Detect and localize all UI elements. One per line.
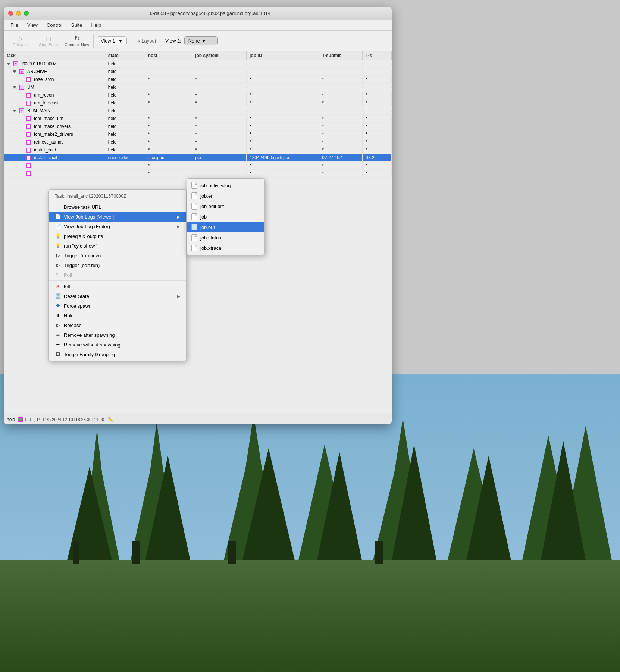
ctx-view-job-log-editor[interactable]: 📄 View Job Log (Editor) ▶	[49, 222, 186, 231]
table-row[interactable]: retrieve_atmosheld*****	[4, 138, 392, 146]
cell-jobid	[247, 110, 319, 112]
ctx-force-spawn[interactable]: ✚ Force spawn	[49, 301, 186, 311]
task-cell: FRUN_MAIN	[4, 107, 105, 114]
none-label: None	[188, 38, 200, 44]
task-name: rose_arch	[34, 77, 54, 82]
ctx-view-job-logs-viewer[interactable]: 📄 View Job Logs (Viewer) ▶	[49, 212, 186, 222]
task-cell: install_ancil	[4, 154, 105, 161]
table-row[interactable]: FUMheld	[4, 84, 392, 91]
table-row[interactable]: install_coldheld*****	[4, 146, 392, 154]
submenu-job-xtrace[interactable]: job.xtrace	[187, 243, 264, 253]
cell-host	[145, 70, 192, 73]
file-icon-5	[191, 224, 197, 230]
ctx-kill-label: Kill	[64, 284, 70, 289]
ctx-toggle-family[interactable]: ☑ Toggle Family Grouping	[49, 349, 186, 359]
ctx-browse-task-url[interactable]: Browse task URL	[49, 202, 186, 212]
cell-state: held	[105, 107, 145, 114]
table-row[interactable]: fcm_make_driversheld*****	[4, 123, 392, 131]
task-icon	[26, 163, 31, 168]
ctx-prereqs-outputs[interactable]: 💡 prereq's & outputs	[49, 231, 186, 241]
ctx-remove-after-spawning[interactable]: ⬅ Remove after spawning	[49, 330, 186, 340]
table-row[interactable]: ****	[4, 170, 392, 178]
table-row[interactable]: ****	[4, 162, 392, 170]
ctx-poll: ↻ Poll	[49, 270, 186, 280]
submenu-label-4: job.out	[200, 224, 215, 230]
cell-jobid: *	[247, 123, 319, 130]
menu-suite[interactable]: Suite	[68, 22, 86, 29]
menu-view[interactable]: View	[24, 22, 41, 29]
cell-tsubmit: *	[319, 91, 363, 99]
table-row[interactable]: um_reconheld*****	[4, 91, 392, 99]
cell-host	[145, 110, 192, 112]
cell-jobid: 130424960.gadi-pbs	[247, 154, 319, 161]
task-name: install_cold	[34, 147, 56, 153]
task-cell: fcm_make2_drivers	[4, 131, 105, 138]
ctx-hold[interactable]: ⏸ Hold	[49, 311, 186, 320]
ctx-remove-without-spawning[interactable]: ⬅ Remove without spawning	[49, 340, 186, 349]
table-row[interactable]: fcm_make2_driversheld*****	[4, 131, 392, 138]
cell-jobsys: pbs	[192, 154, 247, 161]
cell-jobsys: *	[192, 99, 247, 107]
cell-jobid: *	[247, 146, 319, 154]
stop-suite-button[interactable]: ◻ Stop Suite	[35, 32, 62, 50]
ctx-run-cylc-show[interactable]: 💡 run "cylc show"	[49, 241, 186, 251]
submenu-job[interactable]: job	[187, 211, 264, 222]
submenu-job-edit-diff[interactable]: job-edit.diff	[187, 201, 264, 211]
cell-tsubmit	[319, 63, 363, 65]
ctx-trigger-run-now[interactable]: ▷ Trigger (run now)	[49, 251, 186, 260]
chevron-down-icon-2: ▼	[201, 38, 206, 44]
connect-now-button[interactable]: ↻ Connect Now	[63, 32, 90, 50]
ctx-release[interactable]: ▷ Release	[49, 320, 186, 330]
col-header-ts: T-s	[363, 51, 392, 60]
table-row[interactable]: rose_archheld*****	[4, 76, 392, 84]
ctx-remove-without-label: Remove without spawning	[64, 342, 120, 348]
play-ctx-icon: ▷	[55, 252, 61, 258]
task-icon	[26, 124, 31, 129]
cell-state	[105, 164, 145, 167]
menu-control[interactable]: Control	[43, 22, 66, 29]
cell-jobsys: *	[192, 76, 247, 83]
table-row[interactable]: FARCHIVEheld	[4, 68, 392, 76]
status-badge	[18, 417, 23, 422]
ctx-kill[interactable]: ✕ Kill	[49, 282, 186, 291]
refresh-icon: ↻	[74, 35, 80, 42]
cell-ts: 07:2	[363, 154, 392, 161]
menu-help[interactable]: Help	[87, 22, 105, 29]
cell-ts: *	[363, 91, 392, 99]
maximize-button[interactable]	[24, 11, 29, 16]
ctx-reset-state[interactable]: 🔄 Reset State ▶	[49, 291, 186, 301]
view1-dropdown[interactable]: View 1: ▼	[97, 36, 127, 45]
close-button[interactable]	[8, 11, 13, 16]
release-button[interactable]: ▷ Release	[7, 32, 34, 50]
table-row[interactable]: fcm_make_umheld*****	[4, 115, 392, 123]
col-header-host: host	[145, 51, 192, 60]
cell-jobsys: *	[192, 123, 247, 130]
file-icon-6	[191, 234, 197, 241]
menubar: File View Control Suite Help	[4, 20, 392, 31]
submenu-job-out[interactable]: job.out	[187, 222, 264, 232]
play-edit-icon: ▷	[55, 262, 61, 268]
minimize-button[interactable]	[16, 11, 21, 16]
submenu-job-err[interactable]: job.err	[187, 191, 264, 201]
view2-dropdown[interactable]: None ▼	[184, 36, 218, 45]
layout-button[interactable]: ⇥ Layout	[133, 32, 159, 50]
table-row[interactable]: install_ancilsucceeded...org.aupbs130424…	[4, 154, 392, 162]
table-row[interactable]: F20200116T0000Zheld	[4, 60, 392, 68]
menu-file[interactable]: File	[7, 22, 22, 29]
table-row[interactable]: FRUN_MAINheld	[4, 107, 392, 115]
expand-down-icon	[13, 69, 16, 74]
task-name: retrieve_atmos	[34, 139, 63, 145]
ctx-trigger-edit-run[interactable]: ▷ Trigger (edit run)	[49, 260, 186, 270]
remove-without-icon: ⬅	[55, 342, 61, 348]
edit-icon[interactable]: ✏️	[108, 417, 113, 422]
svg-rect-24	[375, 541, 383, 564]
cell-host: ...org.au	[145, 154, 192, 161]
file-icon-3	[191, 203, 197, 210]
table-row[interactable]: um_forecastheld*****	[4, 99, 392, 107]
cell-host: *	[145, 138, 192, 146]
submenu-job-activity-log[interactable]: job-activity.log	[187, 180, 264, 191]
cell-tsubmit: *	[319, 146, 363, 154]
browse-icon	[55, 204, 61, 210]
cell-jobsys: *	[192, 146, 247, 154]
submenu-job-status[interactable]: job.status	[187, 232, 264, 243]
